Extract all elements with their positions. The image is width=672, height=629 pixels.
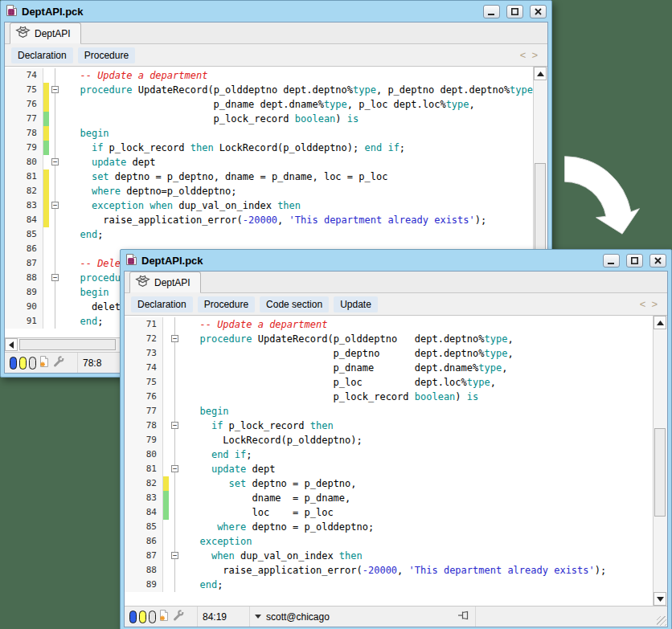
code-text[interactable]: p_loc dept.loc%type, xyxy=(181,375,654,390)
code-text[interactable]: when dup_val_on_index then xyxy=(181,549,654,563)
code-text[interactable]: set deptno = p_deptno, xyxy=(181,476,654,491)
code-text[interactable]: p_dname dept.dname%type, xyxy=(181,361,654,375)
code-text[interactable]: end; xyxy=(181,578,654,592)
change-marker xyxy=(43,112,49,126)
marker-gutter xyxy=(163,578,169,592)
code-text[interactable]: end if; xyxy=(181,447,654,462)
fold-margin: − xyxy=(49,83,61,97)
code-text[interactable]: set deptno = p_deptno, dname = p_dname, … xyxy=(61,170,534,184)
code-text[interactable]: exception xyxy=(181,534,654,549)
code-text[interactable]: p_lock_record boolean) is xyxy=(181,390,654,404)
code-text[interactable]: where deptno = p_olddeptno; xyxy=(181,520,654,534)
line-number: 73 xyxy=(125,346,163,361)
titlebar[interactable]: DeptAPI.pck xyxy=(4,1,548,22)
line-number: 88 xyxy=(5,271,43,285)
code-text[interactable]: raise_application_error(-20000, 'This de… xyxy=(181,563,654,578)
change-marker xyxy=(43,83,49,97)
code-text[interactable]: update dept xyxy=(181,462,654,476)
line-number: 84 xyxy=(5,213,43,227)
code-text[interactable]: -- Update a department xyxy=(61,68,534,83)
code-text[interactable]: p_dname dept.dname%type, p_loc dept.loc%… xyxy=(61,97,534,112)
dropdown-arrow-icon xyxy=(255,615,261,619)
close-button[interactable] xyxy=(649,254,666,268)
code-editor[interactable]: 71 -- Update a department72− procedure U… xyxy=(125,315,667,606)
code-text[interactable]: end; xyxy=(61,227,534,242)
scroll-left-button[interactable] xyxy=(5,338,18,351)
code-text[interactable]: begin xyxy=(61,126,534,141)
code-text[interactable]: if p_lock_record then LockRecord(p_oldde… xyxy=(61,141,534,155)
scroll-down-button[interactable] xyxy=(654,592,666,606)
minimize-button[interactable] xyxy=(483,5,500,18)
fold-collapse-icon[interactable]: − xyxy=(51,86,59,93)
toolbar-button-declaration[interactable]: Declaration xyxy=(11,47,73,63)
toolbar-button-procedure[interactable]: Procedure xyxy=(198,296,255,312)
nav-back-icon[interactable]: < xyxy=(520,49,527,61)
marker-gutter xyxy=(163,375,169,390)
code-text[interactable]: loc = p_loc xyxy=(181,505,654,520)
indicator-pill-blue xyxy=(129,611,137,623)
doc-star-icon xyxy=(158,609,170,624)
toolbar-button-update[interactable]: Update xyxy=(334,296,378,312)
pin-icon[interactable] xyxy=(457,610,470,623)
scroll-up-button[interactable] xyxy=(534,67,547,80)
code-text[interactable]: procedure UpdateRecord(p_olddeptno dept.… xyxy=(61,83,534,97)
fold-collapse-icon[interactable]: − xyxy=(51,158,59,165)
wrench-icon xyxy=(52,355,65,370)
cursor-position: 84:19 xyxy=(198,607,250,627)
nav-forward-icon[interactable]: > xyxy=(651,298,658,310)
fold-collapse-icon[interactable]: − xyxy=(171,465,178,472)
marker-gutter xyxy=(43,68,49,83)
fold-collapse-icon[interactable]: − xyxy=(171,552,178,559)
code-text[interactable]: if p_lock_record then xyxy=(181,419,654,433)
connection-selector[interactable]: scott@chicago xyxy=(250,607,476,627)
line-number: 89 xyxy=(125,578,163,592)
maximize-button[interactable] xyxy=(506,5,523,18)
minimize-button[interactable] xyxy=(603,254,620,268)
scrollbar-thumb[interactable] xyxy=(19,339,116,350)
nav-back-icon[interactable]: < xyxy=(640,298,646,310)
code-text[interactable]: raise_application_error(-20000, 'This de… xyxy=(61,213,534,227)
scrollbar-thumb[interactable] xyxy=(654,428,666,517)
code-text[interactable]: p_deptno dept.deptno%type, xyxy=(181,346,654,361)
resize-grip[interactable] xyxy=(657,616,666,626)
code-text[interactable]: dname = p_dname, xyxy=(181,491,654,505)
package-file-icon xyxy=(125,253,137,268)
toolbar-button-procedure[interactable]: Procedure xyxy=(78,47,135,63)
vertical-scrollbar[interactable] xyxy=(653,316,667,606)
close-button[interactable] xyxy=(530,5,547,18)
marker-gutter xyxy=(43,285,49,300)
fold-collapse-icon[interactable]: − xyxy=(171,422,178,429)
code-text[interactable]: LockRecord(p_olddeptno); xyxy=(181,433,654,447)
tab-deptapi[interactable]: DeptAPI xyxy=(10,22,81,44)
tab-bar: DeptAPI xyxy=(5,22,547,44)
fold-collapse-icon[interactable]: − xyxy=(51,202,59,209)
code-line: 82 set deptno = p_deptno, xyxy=(125,476,654,491)
fold-margin xyxy=(169,505,181,520)
fold-collapse-icon[interactable]: − xyxy=(171,335,178,342)
scroll-up-button[interactable] xyxy=(654,316,666,329)
fold-margin xyxy=(49,184,61,198)
tab-deptapi[interactable]: DeptAPI xyxy=(129,272,201,293)
toolbar-button-declaration[interactable]: Declaration xyxy=(131,296,193,312)
line-number: 81 xyxy=(5,170,43,184)
fold-margin: − xyxy=(49,198,61,213)
line-number: 72 xyxy=(125,332,163,346)
code-text[interactable]: exception when dup_val_on_index then xyxy=(61,198,534,213)
titlebar[interactable]: DeptAPI.pck xyxy=(124,250,668,271)
code-text[interactable]: where deptno=p_olddeptno; xyxy=(61,184,534,198)
code-text[interactable]: p_lock_record boolean) is xyxy=(61,112,534,126)
code-text[interactable]: procedure UpdateRecord(p_olddeptno dept.… xyxy=(181,332,654,346)
change-marker xyxy=(43,184,49,198)
code-lines: 71 -- Update a department72− procedure U… xyxy=(125,317,654,592)
maximize-button[interactable] xyxy=(626,254,643,268)
line-number: 89 xyxy=(5,285,43,300)
code-text[interactable]: begin xyxy=(181,404,654,419)
nav-forward-icon[interactable]: > xyxy=(531,49,538,61)
code-line: 72− procedure UpdateRecord(p_olddeptno d… xyxy=(125,332,654,346)
code-text[interactable]: -- Update a department xyxy=(181,317,654,332)
line-number: 77 xyxy=(5,112,43,126)
code-text[interactable]: update dept xyxy=(61,155,534,170)
fold-margin xyxy=(169,491,181,505)
toolbar-button-code-section[interactable]: Code section xyxy=(260,296,329,312)
fold-collapse-icon[interactable]: − xyxy=(51,274,59,281)
